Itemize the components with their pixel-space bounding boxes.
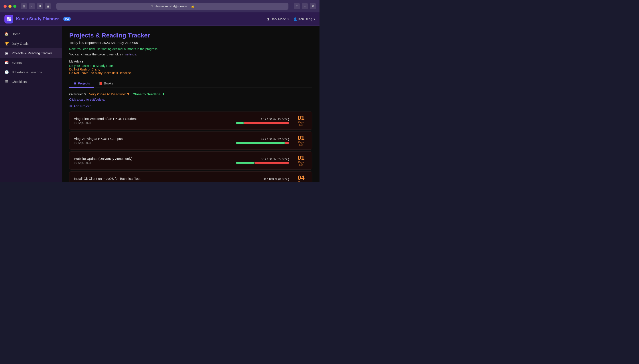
sidebar-item-daily-goals[interactable]: 🏆 Daily Goals (0, 39, 62, 48)
address-bar[interactable]: 🛡 planner.kenstudyjourney.cn 🔒 (56, 3, 288, 10)
main-layout: 🏠 Home 🏆 Daily Goals ▣ Projects & Readin… (0, 26, 320, 182)
close-window-button[interactable] (4, 5, 7, 8)
browser-controls: ⊞ ‹ ⏸ ◉ (21, 3, 51, 9)
project-name: Vlog: First Weekend of an HKUST Student (74, 117, 222, 120)
browser-actions: ⬆ + ⧉ (294, 3, 316, 9)
ipv6-badge: IPv6 (64, 17, 71, 20)
notice-settings: You can change the colour thresholds in … (69, 52, 312, 56)
days-label: DaysLeft (298, 141, 304, 146)
progress-bar (236, 162, 289, 164)
traffic-lights (4, 5, 17, 8)
clock-icon: 🕐 (5, 70, 9, 74)
svg-rect-3 (9, 19, 11, 21)
tab-projects-label: Projects (78, 81, 90, 85)
progress-fill-red (285, 142, 289, 144)
sidebar-item-projects[interactable]: ▣ Projects & Reading Tracker (0, 48, 62, 58)
project-card[interactable]: Vlog: First Weekend of an HKUST Student … (69, 112, 312, 130)
overdue-stat: Overdue: 0 (69, 92, 86, 96)
project-name: Install Git Client on macOS for Technica… (74, 177, 222, 180)
advice-section: My Advice: Do your Tasks at a Steady Rat… (69, 60, 312, 75)
sidebar-label-events: Events (12, 61, 22, 64)
tab-projects[interactable]: ▣ Projects (69, 79, 94, 88)
sidebar-label-schedule: Schedule & Lessons (12, 70, 42, 74)
close-stat: Close to Deadline: 1 (132, 92, 164, 96)
settings-link[interactable]: settings (125, 52, 136, 56)
app-logo-icon (5, 15, 13, 24)
progress-text: 35 / 100 % (35.00%) (261, 158, 289, 161)
svg-rect-0 (7, 17, 9, 19)
project-progress: 35 / 100 % (35.00%) (222, 158, 289, 164)
advice-line3: Do Not Leave Too Many Tasks until Deadli… (69, 71, 312, 75)
project-card[interactable]: Website Update (University Zones only) 1… (69, 152, 312, 170)
sidebar-label-checklists: Checklists (12, 80, 27, 84)
progress-fill-red (244, 122, 289, 124)
tab-projects-icon: ▣ (74, 82, 77, 85)
progress-fill-green (236, 142, 285, 144)
main-content: Projects & Reading Tracker Today is 9 Se… (62, 26, 320, 182)
tab-books-label: Books (104, 81, 113, 85)
lock-icon: 🔒 (191, 5, 194, 8)
progress-text: 92 / 100 % (92.00%) (261, 138, 289, 141)
project-card[interactable]: Vlog: Arriving at HKUST Campus 10 Sep. 2… (69, 132, 312, 150)
project-date: Internal: 12 Sep. 2023 / External: 15 Se… (74, 181, 222, 182)
app-header: Ken's Study Planner IPv6 ◑ Dark Mode ▾ 👤… (0, 12, 320, 26)
advice-line1: Do your Tasks at a Steady Rate, (69, 64, 312, 68)
minimize-window-button[interactable] (9, 5, 12, 8)
project-date: 10 Sep. 2023 (74, 121, 222, 124)
days-number: 01 (297, 115, 304, 121)
back-button[interactable]: ‹ (29, 3, 35, 9)
date-time: Today is 9 September 2023 Saturday 21:37… (69, 41, 312, 44)
project-name: Website Update (University Zones only) (74, 157, 222, 160)
dark-mode-icon: ◑ (267, 17, 269, 21)
days-label: DaysLeft (298, 161, 304, 166)
app-logo: Ken's Study Planner IPv6 (5, 15, 267, 24)
sidebar-label-daily-goals: Daily Goals (12, 42, 29, 46)
dark-mode-chevron-icon: ▾ (287, 17, 289, 21)
user-chevron-icon: ▾ (313, 17, 315, 21)
progress-bar (236, 142, 289, 144)
progress-fill-green (236, 122, 244, 124)
share-button[interactable]: ⬆ (294, 3, 300, 9)
advice-title: My Advice: (69, 60, 312, 63)
project-info: Install Git Client on macOS for Technica… (74, 177, 222, 182)
app-title: Ken's Study Planner (16, 16, 59, 22)
project-info: Website Update (University Zones only) 1… (74, 157, 222, 164)
refresh-button[interactable]: ◉ (45, 3, 51, 9)
tab-overview-button[interactable]: ⧉ (310, 3, 316, 9)
sidebar-label-home: Home (12, 32, 21, 36)
sidebar-item-events[interactable]: 📅 Events (0, 58, 62, 68)
project-name: Vlog: Arriving at HKUST Campus (74, 137, 222, 140)
browser-chrome: ⊞ ‹ ⏸ ◉ 🛡 planner.kenstudyjourney.cn 🔒 ⬆… (0, 0, 320, 12)
user-menu-button[interactable]: 👤 Ken Deng ▾ (293, 17, 315, 21)
project-date: 10 Sep. 2023 (74, 141, 222, 144)
advice-line2: Do Not Rush or Cram, (69, 68, 312, 71)
home-icon: 🏠 (5, 32, 9, 36)
project-progress: 92 / 100 % (92.00%) (222, 138, 289, 144)
stats-row: Overdue: 0 Very Close to Deadline: 3 Clo… (69, 92, 312, 96)
fullscreen-window-button[interactable] (13, 5, 17, 8)
pause-button[interactable]: ⏸ (37, 3, 43, 9)
progress-text: 15 / 100 % (15.00%) (261, 118, 289, 121)
project-info: Vlog: Arriving at HKUST Campus 10 Sep. 2… (74, 137, 222, 144)
days-label: DaysLeft (298, 121, 304, 126)
header-actions: ◑ Dark Mode ▾ 👤 Ken Deng ▾ (267, 17, 315, 21)
sidebar-item-checklists[interactable]: ☰ Checklists (0, 77, 62, 86)
progress-bar (236, 122, 289, 124)
days-left: 04 DaysLeft (294, 175, 308, 182)
sidebar-label-projects: Projects & Reading Tracker (12, 51, 52, 55)
click-hint: Click a card to edit/delete. (69, 98, 312, 101)
days-label: DaysLeft (298, 181, 304, 182)
sidebar-toggle-button[interactable]: ⊞ (21, 3, 27, 9)
project-info: Vlog: First Weekend of an HKUST Student … (74, 117, 222, 124)
svg-rect-2 (7, 19, 9, 21)
sidebar-item-home[interactable]: 🏠 Home (0, 29, 62, 39)
project-card[interactable]: Install Git Client on macOS for Technica… (69, 171, 312, 182)
days-left: 01 DaysLeft (294, 115, 308, 126)
progress-fill-green (236, 162, 254, 164)
add-project-button[interactable]: ⊕ Add Project (69, 104, 312, 108)
dark-mode-button[interactable]: ◑ Dark Mode ▾ (267, 17, 289, 21)
tab-books[interactable]: 📕 Books (94, 79, 118, 88)
days-number: 04 (297, 175, 304, 181)
new-tab-button[interactable]: + (302, 3, 308, 9)
sidebar-item-schedule[interactable]: 🕐 Schedule & Lessons (0, 68, 62, 77)
